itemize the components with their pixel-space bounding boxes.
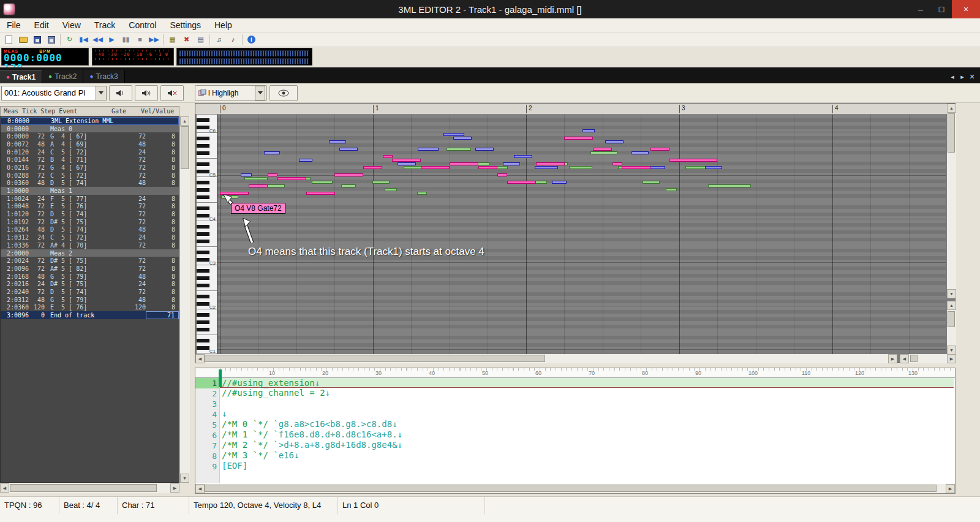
scroll-thumb[interactable]: [205, 485, 937, 492]
note-track3[interactable]: [241, 173, 252, 176]
menu-item-file[interactable]: File: [0, 19, 28, 31]
code-line[interactable]: //#using_extension↓: [220, 378, 954, 388]
note-track1[interactable]: [277, 177, 306, 180]
note-track2[interactable]: [666, 188, 677, 191]
scroll-thumb[interactable]: [205, 355, 545, 362]
event-row[interactable]: 3:00960End of track71: [1, 311, 179, 319]
scroll-left-icon[interactable]: [900, 354, 909, 363]
event-row[interactable]: 1:026448D 5 [ 74]488: [1, 226, 179, 234]
event-row[interactable]: 1:033672A# 4 [ 70]728: [1, 241, 179, 249]
scroll-up-icon[interactable]: [947, 104, 956, 113]
info-button[interactable]: i: [244, 33, 258, 47]
note-track2[interactable]: [708, 184, 751, 187]
note-track1[interactable]: [622, 166, 650, 169]
scroll-up-icon[interactable]: [947, 301, 956, 310]
scroll-up-icon[interactable]: [180, 116, 189, 126]
tab-scroll-left-icon[interactable]: ◂: [948, 73, 957, 81]
note-track2[interactable]: [312, 181, 333, 184]
roll-hscrollbar[interactable]: [195, 354, 897, 363]
code-line[interactable]: ↓: [220, 409, 954, 419]
tab-track2[interactable]: ●Track2: [42, 70, 83, 83]
note-track1[interactable]: [650, 148, 669, 151]
scroll-left-icon[interactable]: [195, 484, 205, 493]
highlight-dropdown-icon[interactable]: [255, 86, 265, 100]
code-line[interactable]: /*M 2 `*/ `>d+8.a+8.g8d+16d8.g8e4&↓: [220, 440, 954, 450]
note-track3[interactable]: [299, 159, 312, 162]
save-button[interactable]: [30, 33, 44, 47]
note-track3[interactable]: [605, 140, 624, 143]
note-track1[interactable]: [612, 162, 622, 165]
note-track1[interactable]: [392, 159, 421, 162]
note-track3[interactable]: [339, 148, 358, 151]
scroll-left-icon[interactable]: [0, 483, 9, 493]
event-row[interactable]: 2:0360120E 5 [ 76]1208: [1, 304, 179, 312]
note-track1[interactable]: [306, 192, 335, 195]
remove-note-button[interactable]: ♪: [226, 33, 240, 47]
note-track3[interactable]: [418, 148, 439, 151]
event-row[interactable]: 1:019272D# 5 [ 75]728: [1, 218, 179, 226]
event-list-body[interactable]: 0:00003ML Extension MML0:0000Meas 00:000…: [0, 116, 179, 483]
code-line[interactable]: [220, 398, 954, 409]
new-file-button[interactable]: [2, 33, 16, 47]
piano-keys[interactable]: C6C5C4C3C2C1: [197, 115, 217, 355]
note-track3[interactable]: [503, 162, 520, 165]
note-track3[interactable]: [582, 129, 595, 132]
event-row[interactable]: 0:007248A 4 [ 69]488: [1, 140, 179, 148]
note-track1[interactable]: [334, 173, 363, 176]
insert-note-button[interactable]: ♫: [212, 33, 226, 47]
note-track3[interactable]: [443, 133, 464, 136]
scroll-thumb[interactable]: [910, 355, 918, 362]
menu-item-track[interactable]: Track: [88, 19, 122, 31]
event-row[interactable]: 2:031248G 5 [ 79]488: [1, 296, 179, 304]
event-row[interactable]: 0:021672G 4 [ 67]728: [1, 164, 179, 172]
event-list-vscrollbar[interactable]: [180, 116, 190, 483]
code-line[interactable]: /*M 1 `*/ `f16e8.d8.d+8.d8c16<a+8.↓: [220, 429, 954, 440]
note-track1[interactable]: [383, 155, 393, 158]
piano-roll-grid[interactable]: [217, 115, 946, 355]
event-row[interactable]: 0:000072G 4 [ 67]728: [1, 132, 179, 140]
event-row[interactable]: 0:012024C 5 [ 72]248: [1, 148, 179, 156]
event-row[interactable]: 1:031224C 5 [ 72]248: [1, 233, 179, 241]
piano-key[interactable]: C1: [197, 350, 217, 354]
event-row[interactable]: 0:0000Meas 0: [1, 125, 179, 133]
stop-button[interactable]: ■: [133, 33, 147, 47]
event-row[interactable]: 1:012072D 5 [ 74]728: [1, 210, 179, 218]
roll-mini-hscrollbar[interactable]: [900, 354, 956, 363]
editor-lines[interactable]: //#using_extension↓//#using_channel = 2↓…: [220, 378, 954, 483]
note-track2[interactable]: [447, 148, 471, 151]
note-track1[interactable]: [220, 192, 249, 195]
fast-forward-button[interactable]: ▶▶: [147, 33, 161, 47]
tab-scroll-right-icon[interactable]: ▸: [958, 73, 967, 81]
event-row[interactable]: 1:0000Meas 1: [1, 187, 179, 195]
view-list-button[interactable]: ▤: [194, 33, 208, 47]
code-line[interactable]: /*M 0 `*/ `g8.a8>c16<b8.g8.>c8.d8↓: [220, 419, 954, 429]
scroll-right-icon[interactable]: [947, 354, 956, 363]
event-row[interactable]: 0:014472B 4 [ 71]728: [1, 156, 179, 164]
note-track2[interactable]: [643, 181, 660, 184]
highlight-mode-select[interactable]: l Highligh: [195, 85, 267, 101]
rewind-button[interactable]: ◀◀: [91, 33, 105, 47]
close-button[interactable]: ×: [952, 0, 980, 18]
scroll-down-icon[interactable]: [180, 474, 189, 483]
event-list-hscrollbar[interactable]: [0, 483, 179, 493]
play-button[interactable]: ▶: [105, 33, 119, 47]
export-button[interactable]: ▦: [165, 33, 179, 47]
instrument-select[interactable]: 001: Acoustic Grand Pi: [1, 86, 107, 100]
note-track3[interactable]: [535, 166, 558, 169]
event-row[interactable]: 0:00003ML Extension MML: [1, 117, 179, 125]
save-as-button[interactable]: [44, 33, 58, 47]
open-file-button[interactable]: [16, 33, 30, 47]
scroll-right-icon[interactable]: [946, 484, 955, 493]
menu-item-settings[interactable]: Settings: [163, 19, 208, 31]
note-track3[interactable]: [475, 148, 494, 151]
tab-track3[interactable]: ●Track3: [83, 70, 124, 83]
note-track1[interactable]: [421, 166, 450, 169]
event-row[interactable]: 0:036048D 5 [ 74]488: [1, 180, 179, 187]
scroll-thumb[interactable]: [948, 311, 955, 327]
menu-item-view[interactable]: View: [56, 19, 88, 31]
note-track3[interactable]: [398, 162, 416, 165]
note-track1[interactable]: [268, 173, 277, 176]
event-row[interactable]: 2:002472D# 5 [ 75]728: [1, 257, 179, 265]
instrument-dropdown-icon[interactable]: [96, 86, 106, 100]
note-track1[interactable]: [536, 162, 565, 165]
